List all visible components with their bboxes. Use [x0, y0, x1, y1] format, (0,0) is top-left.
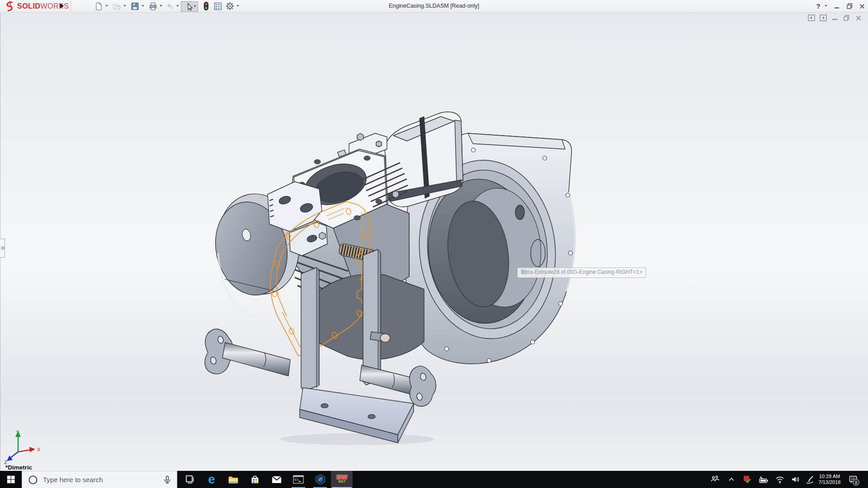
doc-close-icon: [856, 15, 861, 21]
tray-battery-button[interactable]: [756, 471, 771, 488]
doc-restore-icon: [844, 15, 849, 21]
tray-people-button[interactable]: [707, 471, 722, 488]
save-floppy-icon: [130, 2, 140, 11]
brand-works: WORKS: [40, 2, 69, 10]
open-document-button[interactable]: [111, 1, 122, 11]
rebuild-traffic-light-icon: [202, 1, 211, 11]
undo-dropdown-caret[interactable]: [176, 5, 179, 7]
select-dropdown-caret[interactable]: [193, 5, 196, 7]
microphone-icon[interactable]: [162, 474, 172, 485]
new-document-button[interactable]: [93, 1, 104, 11]
cortana-icon: [28, 474, 38, 485]
taskbar-app-edge[interactable]: e: [201, 471, 222, 488]
solidworks-2017-icon: SW 2017: [336, 475, 347, 484]
undo-icon: [165, 2, 175, 11]
window-restore-button[interactable]: [844, 0, 855, 12]
windows-logo-icon: [6, 475, 15, 484]
toolbar-flyout-arrow-icon[interactable]: [60, 3, 64, 9]
hexagon-app-icon: [315, 474, 326, 485]
print-dropdown-caret[interactable]: [160, 5, 162, 7]
new-document-icon: [94, 2, 103, 11]
sw-year: 2017: [338, 479, 345, 484]
tray-solidworks-status[interactable]: [740, 471, 755, 488]
start-button[interactable]: [0, 471, 22, 488]
document-window-controls: [807, 14, 866, 23]
taskbar-app-file-explorer[interactable]: [222, 471, 244, 488]
notification-badge: 2: [853, 479, 859, 486]
people-icon: [710, 474, 720, 484]
taskbar-app-terminal[interactable]: C:\: [288, 471, 309, 488]
file-properties-button[interactable]: [212, 1, 223, 11]
open-dropdown-caret[interactable]: [123, 5, 126, 7]
tray-time: 10:28 AM: [819, 474, 840, 480]
ds-logo-icon: [4, 1, 15, 12]
doc-minimize-icon: [832, 15, 838, 21]
tray-date: 7/13/2018: [819, 479, 841, 486]
options-dropdown-caret[interactable]: [236, 5, 239, 7]
options-button[interactable]: [224, 1, 235, 11]
feature-tooltip: Boss-Extrude28 of 00G-Engine Casing-RIGH…: [517, 267, 646, 278]
window-close-button[interactable]: [856, 0, 868, 12]
panel-splitter-handle[interactable]: [0, 239, 5, 258]
pane-right-button[interactable]: [819, 14, 827, 22]
search-placeholder: Type here to search: [43, 476, 162, 483]
taskbar-app-hexagon[interactable]: [309, 471, 331, 488]
terminal-prompt-glyph: C:\: [295, 478, 299, 481]
tray-clock[interactable]: 10:28 AM 7/13/2018: [814, 471, 845, 488]
wifi-icon: [774, 474, 785, 484]
volume-icon: [790, 474, 801, 484]
tray-volume-button[interactable]: [788, 471, 804, 488]
taskbar-search-input[interactable]: Type here to search: [22, 471, 177, 488]
orientation-triad: Y X Z: [4, 428, 44, 465]
engine-casing-model[interactable]: [0, 0, 868, 488]
store-icon: [250, 474, 260, 485]
task-view-icon: [184, 474, 195, 485]
doc-minimize-button[interactable]: [831, 14, 839, 22]
save-dropdown-caret[interactable]: [142, 5, 144, 7]
help-dropdown-caret[interactable]: [825, 5, 827, 7]
save-button[interactable]: [129, 1, 140, 11]
brand-solid: SOLID: [17, 2, 40, 10]
engine-mount-left[interactable]: [205, 329, 290, 376]
file-properties-icon: [213, 2, 222, 11]
pane-left-button[interactable]: [807, 14, 815, 22]
file-explorer-icon: [227, 474, 239, 485]
new-dropdown-caret[interactable]: [105, 5, 108, 7]
mail-icon: [271, 474, 283, 485]
print-icon: [148, 2, 158, 11]
view-orientation-label: *Dimetric: [5, 464, 32, 471]
tray-wifi-button[interactable]: [772, 471, 788, 488]
open-folder-icon: [112, 2, 122, 11]
x-axis-arrow: [29, 447, 35, 452]
taskbar-app-mail[interactable]: [266, 471, 288, 488]
taskbar-app-solidworks[interactable]: SW 2017: [331, 471, 353, 488]
title-bar: SOLIDWORKS: [0, 0, 868, 13]
undo-button[interactable]: [165, 1, 175, 11]
restore-icon: [847, 3, 853, 9]
windows-taskbar: Type here to search e: [0, 471, 868, 488]
rebuild-button[interactable]: [201, 1, 212, 11]
tray-overflow-button[interactable]: [724, 471, 739, 488]
doc-close-button[interactable]: [854, 14, 862, 22]
print-button[interactable]: [147, 1, 158, 11]
help-button[interactable]: ?: [814, 0, 823, 12]
sw-status-icon: [742, 474, 752, 484]
edge-icon: e: [208, 474, 215, 486]
select-tool-button[interactable]: [181, 1, 198, 12]
terminal-icon: C:\: [292, 474, 304, 485]
doc-restore-button[interactable]: [843, 14, 850, 22]
minimize-icon: [834, 4, 840, 9]
toolbar-separator: [71, 1, 71, 11]
options-gear-icon: [225, 1, 235, 11]
solidworks-logo: SOLIDWORKS: [4, 1, 69, 11]
taskbar-app-task-view[interactable]: [179, 471, 201, 488]
sw-glyph: SW: [336, 475, 347, 479]
x-axis-label: X: [37, 447, 41, 452]
close-icon: [859, 4, 865, 9]
taskbar-app-store[interactable]: [244, 471, 266, 488]
chevron-up-icon: [727, 475, 736, 483]
help-glyph: ?: [816, 2, 820, 10]
window-minimize-button[interactable]: [831, 0, 843, 12]
pane-right-icon: [820, 14, 827, 21]
battery-icon: [758, 474, 769, 484]
